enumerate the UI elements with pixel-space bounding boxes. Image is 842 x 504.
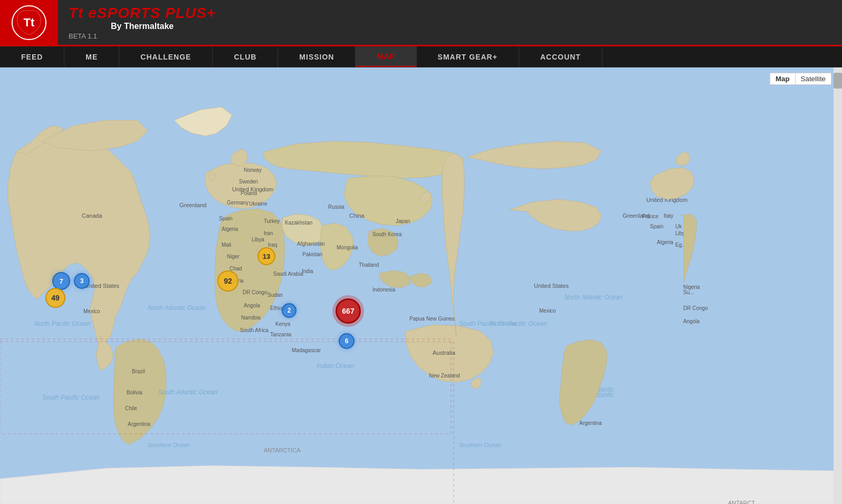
svg-text:Southern Ocean: Southern Ocean: [459, 442, 501, 448]
world-map-svg: Canada United States Mexico Greenland Br…: [0, 67, 842, 504]
cluster-marker-mideast[interactable]: 2: [282, 303, 296, 318]
svg-text:Iran: Iran: [264, 230, 273, 236]
svg-text:Japan: Japan: [396, 218, 410, 224]
nav-item-smart-gearplus[interactable]: SMART GEAR+: [417, 46, 519, 67]
svg-text:Sweden: Sweden: [239, 179, 258, 185]
svg-text:Poland: Poland: [241, 190, 257, 196]
nav-item-club[interactable]: CLUB: [213, 46, 278, 67]
svg-text:DR Congo: DR Congo: [243, 289, 267, 295]
svg-text:Kenya: Kenya: [275, 321, 291, 327]
beta-badge: BETA 1.1: [69, 32, 216, 40]
map-container[interactable]: Canada United States Mexico Greenland Br…: [0, 67, 842, 504]
svg-text:Tanzania: Tanzania: [270, 332, 291, 337]
nav-item-challenge[interactable]: CHALLENGE: [119, 46, 213, 67]
svg-text:Iraq: Iraq: [268, 242, 277, 248]
svg-text:South Atlantic Ocean: South Atlantic Ocean: [158, 389, 218, 396]
svg-text:Turkey: Turkey: [264, 218, 280, 224]
nav-item-account[interactable]: ACCOUNT: [519, 46, 602, 67]
svg-text:Russia: Russia: [328, 204, 345, 210]
svg-text:Nigeria: Nigeria: [683, 284, 700, 290]
navbar: FEEDMECHALLENGECLUBMISSIONMAPSMART GEAR+…: [0, 46, 842, 67]
nav-item-me[interactable]: ME: [64, 46, 119, 67]
svg-text:South Africa: South Africa: [240, 327, 269, 333]
svg-text:Southern Ocean: Southern Ocean: [148, 442, 190, 448]
svg-text:Argentina: Argentina: [579, 420, 602, 426]
svg-text:North Pacific Ocean: North Pacific Ocean: [34, 320, 91, 327]
svg-text:Spain: Spain: [650, 224, 664, 229]
svg-text:United States: United States: [534, 283, 569, 289]
svg-text:DR Congo: DR Congo: [683, 305, 708, 311]
svg-text:Mali: Mali: [222, 242, 231, 248]
svg-text:Niger: Niger: [227, 254, 240, 259]
svg-text:Chile: Chile: [125, 405, 137, 411]
svg-text:Indian Ocean: Indian Ocean: [317, 362, 355, 370]
svg-text:Uk: Uk: [675, 224, 682, 229]
svg-text:China: China: [349, 212, 365, 219]
svg-text:United States: United States: [84, 283, 120, 289]
scrollbar-thumb[interactable]: [834, 73, 842, 89]
svg-text:Namibia: Namibia: [241, 315, 261, 321]
svg-text:Afghanistan: Afghanistan: [297, 241, 325, 247]
cluster-marker-nordics[interactable]: 13: [257, 247, 275, 265]
svg-text:India: India: [302, 268, 313, 274]
svg-text:ANTARCTICA: ANTARCTICA: [264, 447, 301, 453]
cluster-marker-asia[interactable]: 667: [336, 298, 361, 324]
svg-text:Mongolia: Mongolia: [337, 245, 358, 250]
svg-text:Sudan: Sudan: [267, 292, 283, 298]
svg-text:Australia: Australia: [433, 350, 456, 356]
svg-text:North Atlantic Ocean: North Atlantic Ocean: [564, 294, 623, 301]
svg-text:Papua New Guinea: Papua New Guinea: [409, 316, 455, 322]
cluster-marker-us-mid[interactable]: 3: [74, 273, 90, 289]
svg-text:Italy: Italy: [664, 213, 673, 219]
svg-text:Brazil: Brazil: [132, 369, 145, 374]
cluster-marker-europe[interactable]: 92: [217, 270, 238, 292]
svg-text:Greenland: Greenland: [179, 202, 206, 208]
svg-text:Algeria: Algeria: [657, 239, 674, 245]
cluster-marker-us-yellow[interactable]: 49: [45, 288, 65, 308]
svg-text:Saudi Arabia: Saudi Arabia: [273, 271, 303, 277]
cluster-marker-seasia[interactable]: 6: [339, 333, 355, 349]
svg-text:Angola: Angola: [683, 318, 700, 324]
svg-text:Bolivia: Bolivia: [127, 390, 142, 395]
svg-text:South Pacific Ocean: South Pacific Ocean: [42, 394, 100, 401]
svg-text:Kazakhstan: Kazakhstan: [285, 220, 312, 226]
svg-text:Algeria: Algeria: [222, 226, 238, 232]
svg-text:Pakistan: Pakistan: [302, 251, 322, 257]
app-title: Tt eSPORTS PLUS+: [69, 5, 216, 22]
svg-text:South Korea: South Korea: [372, 231, 402, 237]
svg-text:Indonesia: Indonesia: [372, 287, 396, 293]
map-toggle: Map Satellite: [770, 73, 831, 85]
svg-text:Libya: Libya: [252, 237, 264, 243]
svg-text:Angola: Angola: [244, 303, 261, 308]
svg-text:France: France: [642, 214, 659, 219]
svg-text:North Atlantic Ocean: North Atlantic Ocean: [148, 304, 206, 312]
logo-box: Tt: [0, 0, 58, 46]
svg-text:New Zealand: New Zealand: [429, 373, 460, 379]
map-view-button[interactable]: Map: [770, 73, 795, 84]
satellite-view-button[interactable]: Satellite: [796, 73, 831, 84]
svg-text:Mexico: Mexico: [83, 308, 100, 314]
svg-text:Argentina: Argentina: [128, 421, 150, 427]
scrollbar[interactable]: [834, 67, 842, 504]
svg-text:Madagascar: Madagascar: [292, 347, 321, 353]
svg-text:Thailand: Thailand: [359, 262, 379, 268]
header: Tt Tt eSPORTS PLUS+ By Thermaltake BETA …: [0, 0, 842, 46]
logo-icon: Tt: [11, 4, 47, 41]
svg-text:Canada: Canada: [82, 212, 102, 219]
svg-text:Ukraine: Ukraine: [249, 201, 267, 207]
nav-item-feed[interactable]: FEED: [0, 46, 64, 67]
cluster-marker-us-west[interactable]: 7: [52, 272, 70, 290]
svg-text:Norway: Norway: [244, 167, 262, 173]
nav-item-mission[interactable]: MISSION: [278, 46, 356, 67]
svg-text:Su...: Su...: [683, 289, 694, 295]
svg-text:North Pacific Ocean: North Pacific Ocean: [491, 320, 547, 327]
nav-item-map[interactable]: MAP: [356, 46, 416, 67]
svg-text:ANTARCT...: ANTARCT...: [728, 500, 759, 504]
app-subtitle: By Thermaltake: [69, 22, 216, 31]
header-text: Tt eSPORTS PLUS+ By Thermaltake BETA 1.1: [58, 5, 216, 40]
svg-text:Germany: Germany: [227, 200, 248, 206]
svg-text:Tt: Tt: [24, 16, 35, 29]
svg-text:Mexico: Mexico: [539, 308, 556, 314]
svg-text:Spain: Spain: [219, 216, 233, 221]
